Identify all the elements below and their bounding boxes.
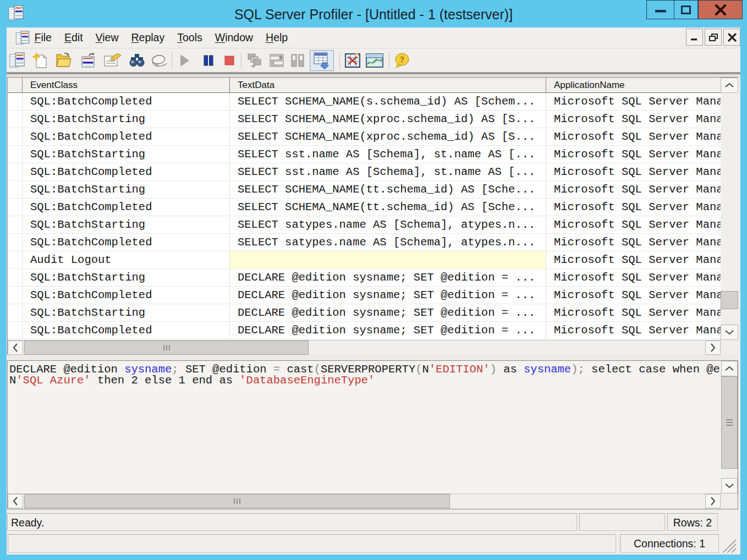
save-trace-icon [80,52,97,69]
sql-horizontal-scrollbar[interactable] [8,493,721,509]
table-row[interactable]: Audit Logout Microsoft SQL Server Mana [8,251,721,269]
cell-applicationname: Microsoft SQL Server Mana [546,146,721,163]
grid-vertical-scrollbar[interactable] [721,78,738,340]
toggle-breakpoint-button[interactable] [288,51,307,70]
find-button[interactable] [128,51,146,70]
grid-scroll-down-button[interactable] [721,325,738,340]
execute-one-step-button[interactable] [245,51,264,70]
grid-header-eventclass[interactable]: EventClass [23,78,230,92]
sql-scroll-up-button[interactable] [721,361,738,376]
cell-textdata: DECLARE @edition sysname; SET @edition =… [230,322,546,339]
pane-splitter[interactable] [7,355,738,360]
grid-vscroll-thumb[interactable] [721,291,738,309]
app-statusbar: Connections: 1 [7,533,740,554]
scroll-left-icon [12,343,19,353]
grid-scroll-right-button[interactable] [705,341,721,355]
properties-button[interactable] [103,51,122,70]
menu-items: File Edit View Replay Tools Window Help [28,28,294,48]
menu-item[interactable]: Tools [171,28,209,48]
table-row[interactable]: SQL:BatchStarting SELECT SCHEMA_NAME(xpr… [8,111,721,128]
svg-text:?: ? [400,54,405,65]
toolbar-separator [172,52,172,69]
grid-header-textdata[interactable]: TextData [230,78,546,92]
cell-eventclass: Audit Logout [23,251,230,268]
row-selector-cell [8,251,23,268]
menu-item[interactable]: View [89,28,125,48]
sql-scroll-left-button[interactable] [8,494,23,508]
scrollbar-corner [721,493,738,509]
cell-applicationname: Microsoft SQL Server Mana [546,269,721,286]
open-trace-button[interactable] [55,51,74,70]
organize-columns-icon [344,52,361,69]
table-row[interactable]: SQL:BatchCompleted SELECT sst.name AS [S… [8,163,721,181]
grid-hscroll-thumb[interactable] [24,341,309,355]
sql-scroll-down-button[interactable] [721,478,738,493]
grid-scroll-left-button[interactable] [8,341,23,355]
cell-textdata: SELECT SCHEMA_NAME(xproc.schema_id) AS [… [230,128,546,145]
table-row[interactable]: SQL:BatchStarting SELECT satypes.name AS… [8,216,721,234]
properties-icon [103,52,122,69]
menu-item[interactable]: Help [260,28,294,48]
grid-header-selector[interactable] [8,78,23,92]
table-row[interactable]: SQL:BatchCompleted SELECT SCHEMA_NAME(s.… [8,93,721,111]
scroll-down-icon [724,329,734,336]
cell-textdata: SELECT SCHEMA_NAME(s.schema_id) AS [Sche… [230,93,546,110]
trace-properties-button[interactable] [8,51,26,70]
mdi-close-button[interactable] [723,29,740,46]
minimize-button[interactable] [646,0,674,19]
save-trace-button[interactable] [79,51,98,70]
stop-replay-button[interactable] [220,51,239,70]
menu-item[interactable]: Edit [58,28,89,48]
clear-trace-button[interactable] [150,51,168,70]
start-replay-button[interactable] [175,51,194,70]
menu-item[interactable]: Replay [125,28,171,48]
table-row[interactable]: SQL:BatchStarting SELECT SCHEMA_NAME(tt.… [8,181,721,199]
cell-applicationname: Microsoft SQL Server Mana [546,93,721,110]
toolbar-separator [389,52,389,69]
grid-header-applicationname[interactable]: ApplicationName [546,78,721,92]
close-button[interactable] [698,0,743,19]
table-row[interactable]: SQL:BatchCompleted SELECT SCHEMA_NAME(tt… [8,199,721,216]
run-to-cursor-button[interactable] [267,51,286,70]
grid-scroll-up-button[interactable] [721,78,738,93]
sql-vscroll-thumb[interactable] [721,376,738,469]
resize-grip[interactable] [721,539,736,553]
table-row[interactable]: SQL:BatchCompleted SELECT SCHEMA_NAME(xp… [8,128,721,146]
cell-textdata: SELECT SCHEMA_NAME(tt.schema_id) AS [Sch… [230,199,546,216]
start-replay-icon [178,53,191,68]
pause-replay-button[interactable] [199,51,218,70]
thumb-grip-icon [162,344,171,352]
row-selector-cell [8,93,23,110]
sql-hscroll-thumb[interactable] [24,494,450,508]
row-selector-cell [8,128,23,145]
table-row[interactable]: SQL:BatchStarting SELECT sst.name AS [Sc… [8,146,721,163]
system-monitor-button[interactable] [365,51,384,70]
cell-eventclass: SQL:BatchCompleted [23,128,230,145]
help-button[interactable]: ? [393,51,411,70]
organize-columns-button[interactable] [343,51,362,70]
table-row[interactable]: SQL:BatchCompleted DECLARE @edition sysn… [8,322,721,339]
grid-horizontal-scrollbar[interactable] [8,340,721,355]
cell-textdata: SELECT satypes.name AS [Schema], atypes.… [230,216,546,233]
mdi-minimize-button[interactable] [686,29,703,46]
cell-eventclass: SQL:BatchStarting [23,181,230,198]
cell-eventclass: SQL:BatchStarting [23,269,230,286]
menu-item[interactable]: File [28,28,58,48]
menu-item[interactable]: Window [208,28,259,48]
cell-eventclass: SQL:BatchCompleted [23,287,230,304]
table-row[interactable]: SQL:BatchCompleted DECLARE @edition sysn… [8,287,721,304]
cell-applicationname: Microsoft SQL Server Mana [546,181,721,198]
sql-vertical-scrollbar[interactable] [721,361,738,493]
toolbar-separator [339,52,340,69]
auto-scroll-button[interactable] [310,50,334,71]
sql-scroll-right-button[interactable] [705,494,721,508]
table-row[interactable]: SQL:BatchStarting DECLARE @edition sysna… [8,269,721,287]
row-selector-cell [8,146,23,163]
table-row[interactable]: SQL:BatchCompleted SELECT satypes.name A… [8,234,721,251]
new-trace-button[interactable] [31,51,50,70]
sql-text[interactable]: DECLARE @edition sysname; SET @edition =… [8,361,721,493]
row-selector-cell [8,199,23,216]
maximize-button[interactable] [674,0,698,19]
mdi-restore-button[interactable] [705,29,722,46]
table-row[interactable]: SQL:BatchStarting DECLARE @edition sysna… [8,304,721,322]
